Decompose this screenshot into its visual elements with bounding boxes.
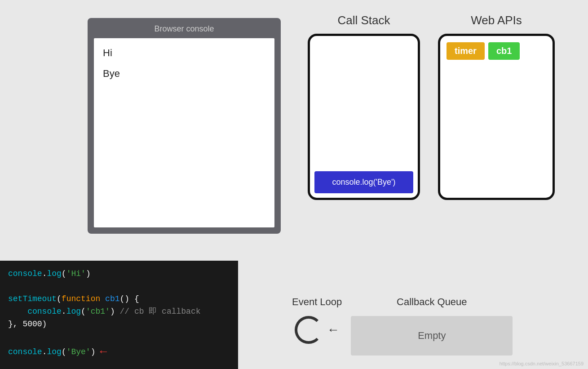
code-line-2: setTimeout(function cb1() {: [8, 293, 230, 306]
web-apis-row: timer cb1: [447, 42, 546, 60]
call-stack-box: console.log('Bye'): [308, 34, 420, 200]
arrow-left-icon: ←: [327, 323, 340, 337]
event-loop-title: Event Loop: [292, 296, 342, 308]
cb1-badge: cb1: [488, 42, 520, 60]
code-line-1: console.log('Hi'): [8, 268, 230, 280]
web-apis-section: Web APIs timer cb1: [438, 13, 555, 200]
web-apis-box: timer cb1: [438, 34, 555, 200]
code-panel: console.log('Hi') setTimeout(function cb…: [0, 261, 238, 369]
console-line-bye: Bye: [103, 68, 265, 80]
timer-badge: timer: [447, 42, 485, 60]
code-line-3: console.log('cb1') // cb 即 callback: [8, 306, 230, 318]
event-loop-icon: ←: [295, 316, 340, 344]
browser-console-output: Hi Bye: [94, 38, 274, 227]
code-line-4: }, 5000): [8, 318, 230, 331]
web-apis-title: Web APIs: [471, 13, 522, 27]
call-stack-item: console.log('Bye'): [314, 171, 413, 193]
arrow-right-icon: ←: [100, 343, 108, 361]
call-stack-title: Call Stack: [337, 13, 390, 27]
browser-console-title: Browser console: [154, 24, 214, 34]
event-loop-area: Event Loop ← Callback Queue Empty: [292, 296, 513, 356]
callback-queue-section: Callback Queue Empty: [351, 296, 513, 356]
callback-queue-status: Empty: [418, 330, 446, 342]
browser-console-panel: Browser console Hi Bye: [88, 18, 281, 234]
console-line-hi: Hi: [103, 47, 265, 59]
spinner-icon: [295, 316, 323, 344]
event-loop-section: Event Loop ←: [292, 296, 342, 344]
code-line-5: console.log('Bye') ←: [8, 343, 230, 361]
watermark: https://blog.csdn.net/weixin_53667159: [500, 361, 584, 366]
code-line-blank2: [8, 330, 230, 343]
call-stack-section: Call Stack console.log('Bye'): [308, 13, 420, 200]
code-line-blank1: [8, 280, 230, 293]
callback-queue-box: Empty: [351, 316, 513, 356]
callback-queue-title: Callback Queue: [397, 296, 467, 308]
right-panels: Call Stack console.log('Bye') Web APIs t…: [308, 13, 555, 261]
